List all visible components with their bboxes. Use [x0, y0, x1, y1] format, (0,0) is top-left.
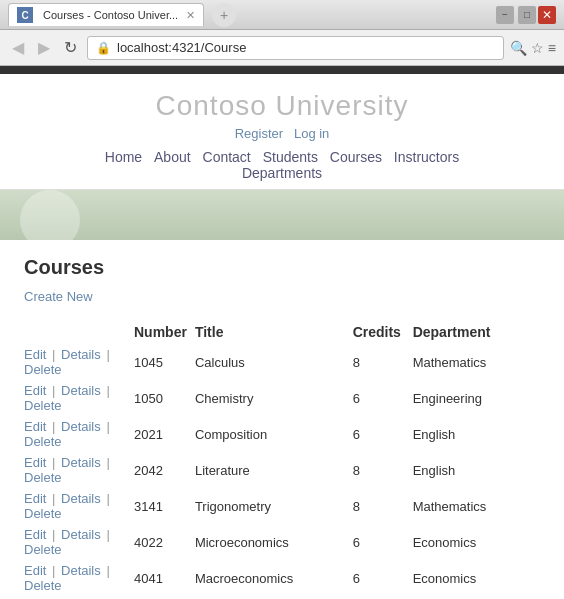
row-actions: Edit | Details | Delete	[24, 416, 134, 452]
action-delete-1[interactable]: Delete	[24, 398, 62, 413]
course-department: Mathematics	[413, 488, 540, 524]
course-department: Mathematics	[413, 344, 540, 380]
browser-tab[interactable]: C Courses - Contoso Univer... ✕	[8, 3, 204, 26]
course-department: Economics	[413, 560, 540, 596]
minimize-button[interactable]: −	[496, 6, 514, 24]
action-delete-2[interactable]: Delete	[24, 434, 62, 449]
table-row: Edit | Details | Delete4041Macroeconomic…	[24, 560, 540, 596]
forward-button[interactable]: ▶	[34, 36, 54, 59]
course-number: 2042	[134, 452, 195, 488]
course-number: 2021	[134, 416, 195, 452]
maximize-button[interactable]: □	[518, 6, 536, 24]
action-details-3[interactable]: Details	[61, 455, 101, 470]
course-credits: 8	[353, 344, 413, 380]
hero-image	[0, 190, 564, 240]
nav-contact[interactable]: Contact	[203, 149, 251, 165]
course-number: 3141	[134, 488, 195, 524]
title-bar: C Courses - Contoso Univer... ✕ + − □ ✕	[0, 0, 564, 30]
row-actions: Edit | Details | Delete	[24, 452, 134, 488]
course-title: Macroeconomics	[195, 560, 353, 596]
course-number: 4022	[134, 524, 195, 560]
action-details-5[interactable]: Details	[61, 527, 101, 542]
col-title: Title	[195, 320, 353, 344]
bookmark-icon[interactable]: ☆	[531, 40, 544, 56]
search-icon[interactable]: 🔍	[510, 40, 527, 56]
browser-window: C Courses - Contoso Univer... ✕ + − □ ✕ …	[0, 0, 564, 599]
row-actions: Edit | Details | Delete	[24, 560, 134, 596]
nav-about[interactable]: About	[154, 149, 191, 165]
action-details-4[interactable]: Details	[61, 491, 101, 506]
nav-departments[interactable]: Departments	[242, 165, 322, 181]
nav-home[interactable]: Home	[105, 149, 142, 165]
url-bar[interactable]: 🔒 localhost:4321/Course	[87, 36, 504, 60]
col-department: Department	[413, 320, 540, 344]
course-number: 4041	[134, 560, 195, 596]
nav-instructors[interactable]: Instructors	[394, 149, 459, 165]
course-title: Chemistry	[195, 380, 353, 416]
action-details-1[interactable]: Details	[61, 383, 101, 398]
course-credits: 8	[353, 452, 413, 488]
tab-title: Courses - Contoso Univer...	[43, 9, 178, 21]
action-details-2[interactable]: Details	[61, 419, 101, 434]
new-tab-button[interactable]: +	[212, 3, 236, 27]
address-bar: ◀ ▶ ↻ 🔒 localhost:4321/Course 🔍 ☆ ≡	[0, 30, 564, 66]
action-edit-3[interactable]: Edit	[24, 455, 46, 470]
page: Contoso University Register Log in Home …	[0, 66, 564, 599]
course-number: 1050	[134, 380, 195, 416]
action-delete-6[interactable]: Delete	[24, 578, 62, 593]
refresh-button[interactable]: ↻	[60, 36, 81, 59]
tab-favicon: C	[17, 7, 33, 23]
close-button[interactable]: ✕	[538, 6, 556, 24]
register-link[interactable]: Register	[235, 126, 283, 141]
action-details-6[interactable]: Details	[61, 563, 101, 578]
action-delete-0[interactable]: Delete	[24, 362, 62, 377]
table-header-row: Number Title Credits Department	[24, 320, 540, 344]
nav-courses[interactable]: Courses	[330, 149, 382, 165]
course-credits: 6	[353, 560, 413, 596]
nav-students[interactable]: Students	[263, 149, 318, 165]
course-credits: 6	[353, 524, 413, 560]
site-title: Contoso University	[0, 90, 564, 122]
action-details-0[interactable]: Details	[61, 347, 101, 362]
url-text: localhost:4321/Course	[117, 40, 246, 55]
login-link[interactable]: Log in	[294, 126, 329, 141]
course-title: Trigonometry	[195, 488, 353, 524]
table-row: Edit | Details | Delete2021Composition6E…	[24, 416, 540, 452]
main-content: Courses Create New Number Title Credits …	[0, 240, 564, 599]
browser-actions: 🔍 ☆ ≡	[510, 40, 556, 56]
table-row: Edit | Details | Delete2042Literature8En…	[24, 452, 540, 488]
tab-close-icon[interactable]: ✕	[186, 9, 195, 22]
create-new-link[interactable]: Create New	[24, 289, 540, 304]
back-button[interactable]: ◀	[8, 36, 28, 59]
course-title: Composition	[195, 416, 353, 452]
table-row: Edit | Details | Delete1045Calculus8Math…	[24, 344, 540, 380]
table-row: Edit | Details | Delete4022Microeconomic…	[24, 524, 540, 560]
course-number: 1045	[134, 344, 195, 380]
course-department: Engineering	[413, 380, 540, 416]
menu-icon[interactable]: ≡	[548, 40, 556, 56]
action-delete-4[interactable]: Delete	[24, 506, 62, 521]
action-edit-0[interactable]: Edit	[24, 347, 46, 362]
table-row: Edit | Details | Delete1050Chemistry6Eng…	[24, 380, 540, 416]
col-actions	[24, 320, 134, 344]
row-actions: Edit | Details | Delete	[24, 488, 134, 524]
action-delete-3[interactable]: Delete	[24, 470, 62, 485]
course-title: Literature	[195, 452, 353, 488]
course-credits: 6	[353, 380, 413, 416]
course-title: Calculus	[195, 344, 353, 380]
browser-content: Contoso University Register Log in Home …	[0, 66, 564, 599]
course-title: Microeconomics	[195, 524, 353, 560]
action-edit-1[interactable]: Edit	[24, 383, 46, 398]
action-edit-4[interactable]: Edit	[24, 491, 46, 506]
action-delete-5[interactable]: Delete	[24, 542, 62, 557]
action-edit-6[interactable]: Edit	[24, 563, 46, 578]
action-edit-5[interactable]: Edit	[24, 527, 46, 542]
dark-header-bar	[0, 66, 564, 74]
hero-circle	[20, 190, 80, 240]
course-department: English	[413, 452, 540, 488]
main-nav: Home About Contact Students Courses Inst…	[0, 149, 564, 181]
table-row: Edit | Details | Delete3141Trigonometry8…	[24, 488, 540, 524]
col-number: Number	[134, 320, 195, 344]
action-edit-2[interactable]: Edit	[24, 419, 46, 434]
course-department: Economics	[413, 524, 540, 560]
